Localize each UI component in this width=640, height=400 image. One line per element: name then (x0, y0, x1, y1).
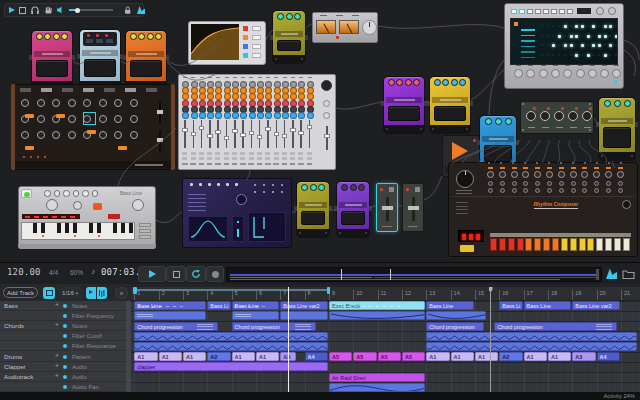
grid-cell-lit[interactable] (564, 44, 567, 47)
grid-cell[interactable] (552, 54, 554, 56)
knob[interactable] (21, 131, 29, 139)
grid-cell[interactable] (615, 54, 617, 56)
step-button[interactable] (570, 238, 577, 251)
knob[interactable] (323, 100, 330, 107)
step-button[interactable] (519, 9, 525, 14)
pattern-tool-button[interactable] (43, 287, 55, 299)
channel-button[interactable] (274, 152, 279, 155)
device-desktop[interactable]: Bass LineRhythm Composer (0, 0, 640, 262)
stompbox-purple[interactable] (383, 76, 425, 134)
stompbox-lightblue[interactable] (79, 29, 121, 90)
lane-indicator-dot[interactable] (63, 344, 67, 348)
mini-knob-dot[interactable] (272, 184, 274, 186)
channel-button[interactable] (207, 152, 212, 155)
knob[interactable] (388, 79, 395, 86)
channel-button[interactable] (249, 157, 254, 160)
channel-knob[interactable] (249, 112, 256, 119)
knob[interactable] (44, 190, 51, 197)
knob[interactable] (605, 171, 612, 178)
black-key[interactable] (97, 223, 101, 233)
grid-cell[interactable] (581, 35, 583, 37)
knob[interactable] (46, 199, 58, 211)
knob[interactable] (68, 131, 76, 139)
mini-knob-dot[interactable] (272, 191, 274, 193)
mini-button[interactable] (415, 187, 420, 192)
fader-handle[interactable] (408, 206, 419, 210)
yellow-button[interactable] (460, 245, 474, 252)
mini-knob-dot[interactable] (263, 191, 265, 193)
footswitch-pad[interactable] (277, 40, 301, 51)
option-button[interactable] (252, 35, 261, 40)
fader-handle[interactable] (224, 136, 230, 140)
drum-sequencer[interactable] (504, 3, 624, 89)
stompbox-violet[interactable] (336, 181, 370, 238)
mini-knob-dot[interactable] (254, 184, 256, 186)
draw-tool-button[interactable] (86, 287, 96, 299)
mini-knob-dot[interactable] (281, 191, 283, 193)
option-button[interactable] (252, 26, 261, 31)
step-button[interactable] (511, 9, 517, 14)
track-lane-row[interactable]: Bass+Notes (0, 301, 126, 311)
knob[interactable] (73, 201, 82, 210)
mini-knob-dot[interactable] (190, 183, 193, 186)
knob[interactable] (617, 171, 624, 178)
grid-cell-lit[interactable] (587, 54, 590, 57)
channel-button[interactable] (207, 157, 212, 160)
time-signature[interactable]: 4/4 (49, 269, 58, 276)
follow-playhead-button[interactable]: » (115, 287, 128, 299)
grid-cell[interactable] (598, 25, 600, 27)
step-button[interactable] (579, 238, 586, 251)
lane-indicator-dot[interactable] (63, 314, 67, 318)
clip-a2[interactable]: A2 (207, 352, 230, 361)
shuffle-value[interactable]: 60% (70, 269, 83, 276)
knob[interactable] (147, 33, 154, 40)
channel-button[interactable] (224, 152, 229, 155)
channel-knob[interactable] (199, 112, 206, 119)
fader-handle[interactable] (207, 134, 213, 138)
grid-cell[interactable] (575, 44, 577, 46)
knob[interactable] (514, 69, 523, 78)
knob[interactable] (618, 181, 623, 186)
volume-icon[interactable] (57, 6, 65, 14)
grid-cell[interactable] (547, 54, 549, 56)
clip-chord-progression[interactable]: Chord progression (494, 322, 617, 331)
knob[interactable] (114, 99, 122, 107)
clip-a2[interactable]: A2 (499, 352, 522, 361)
grid-cell[interactable] (552, 25, 554, 27)
grid-cell[interactable] (564, 35, 566, 37)
add-lane-button[interactable]: + (55, 352, 59, 359)
step-button[interactable] (527, 9, 533, 14)
knob[interactable] (485, 118, 492, 125)
channel-button[interactable] (215, 152, 220, 155)
knob[interactable] (63, 190, 70, 197)
footswitch-pad[interactable] (434, 106, 466, 121)
fader-handle[interactable] (307, 125, 313, 129)
hand-tool-icon[interactable] (44, 5, 53, 15)
stompbox-orange[interactable] (125, 30, 167, 90)
channel-knob[interactable] (224, 112, 231, 119)
grid-cell[interactable] (615, 25, 617, 27)
orange-button[interactable] (25, 146, 34, 150)
grid-cell-lit[interactable] (570, 44, 573, 47)
knob[interactable] (588, 69, 597, 78)
grid-cell-lit[interactable] (592, 25, 595, 28)
arrangement-overview[interactable] (226, 267, 602, 282)
orange-button[interactable] (56, 114, 65, 118)
grid-cell[interactable] (592, 35, 594, 37)
clip-bass-line-var2[interactable]: Bass Line var2 (572, 301, 620, 310)
grid-cell-lit[interactable] (604, 54, 607, 57)
channel-button[interactable] (199, 157, 204, 160)
knob[interactable] (622, 200, 631, 209)
grid-cell[interactable] (609, 35, 611, 37)
knob[interactable] (54, 190, 61, 197)
mini-knob-dot[interactable] (254, 191, 256, 193)
option-button[interactable] (252, 44, 261, 49)
channel-button[interactable] (307, 157, 312, 160)
knob[interactable] (546, 171, 553, 178)
clip-a1[interactable]: A1 (159, 352, 182, 361)
track-lane-row[interactable]: Audiotrack+Audio (0, 372, 126, 382)
channel-button[interactable] (215, 157, 220, 160)
channel-button[interactable] (240, 157, 245, 160)
clip-chord-progression[interactable]: Chord progression (232, 322, 316, 331)
footswitch-pad[interactable] (388, 106, 420, 121)
